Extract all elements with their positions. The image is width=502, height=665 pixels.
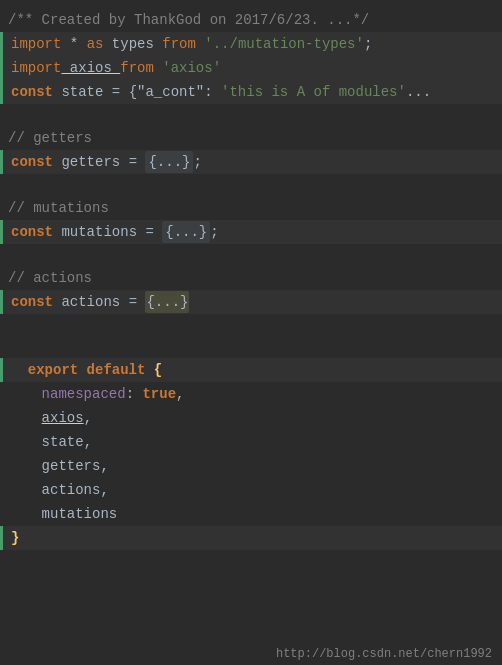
comma-19: , bbox=[84, 431, 92, 453]
semi-7: ; bbox=[193, 151, 201, 173]
code-line-4: const state = {"a_cont": 'this is A of m… bbox=[0, 80, 502, 104]
true-value-17: true bbox=[142, 383, 176, 405]
ellipsis-4: ... bbox=[406, 81, 431, 103]
import-keyword-3: import bbox=[11, 57, 61, 79]
code-line-8 bbox=[0, 174, 502, 196]
comment-text-1: /** Created by ThankGod on 2017/6/23. ..… bbox=[8, 9, 369, 31]
code-line-11 bbox=[0, 244, 502, 266]
code-line-22: mutations bbox=[0, 502, 502, 526]
import-keyword-2: import bbox=[11, 33, 61, 55]
code-line-9: // mutations bbox=[0, 196, 502, 220]
const-keyword-13: const bbox=[11, 291, 53, 313]
code-line-5 bbox=[0, 104, 502, 126]
code-line-12: // actions bbox=[0, 266, 502, 290]
code-line-15 bbox=[0, 336, 502, 358]
axios-prop-18: axios bbox=[42, 407, 84, 429]
getters-name-7: getters bbox=[53, 151, 129, 173]
collapsed-getters: {...} bbox=[145, 151, 193, 173]
comma-18: , bbox=[84, 407, 92, 429]
mutations-name-10: mutations bbox=[53, 221, 145, 243]
equals-13: = bbox=[129, 291, 146, 313]
collapsed-actions: {...} bbox=[145, 291, 189, 313]
equals-10: = bbox=[145, 221, 162, 243]
export-keyword: export default bbox=[11, 359, 154, 381]
code-line-10: const mutations = {...} ; bbox=[0, 220, 502, 244]
comma-21: , bbox=[100, 479, 108, 501]
equals-7: = bbox=[129, 151, 146, 173]
axios-name-3: axios bbox=[61, 57, 120, 79]
namespaced-prop: namespaced bbox=[42, 383, 126, 405]
indent-19 bbox=[8, 431, 42, 453]
collapsed-mutations: {...} bbox=[162, 221, 210, 243]
brace-4: {"a_cont": bbox=[129, 81, 221, 103]
state-name-4: state bbox=[53, 81, 112, 103]
code-line-14 bbox=[0, 314, 502, 336]
axios-string-3: 'axios' bbox=[154, 57, 221, 79]
actions-prop-21: actions bbox=[42, 479, 101, 501]
comment-actions: // actions bbox=[8, 267, 92, 289]
code-line-1: /** Created by ThankGod on 2017/6/23. ..… bbox=[0, 8, 502, 32]
export-brace-open: { bbox=[154, 359, 162, 381]
code-line-20: getters , bbox=[0, 454, 502, 478]
colon-17: : bbox=[126, 383, 143, 405]
actions-name-13: actions bbox=[53, 291, 129, 313]
code-line-23: } bbox=[0, 526, 502, 550]
code-line-19: state , bbox=[0, 430, 502, 454]
comment-mutations: // mutations bbox=[8, 197, 109, 219]
code-line-21: actions , bbox=[0, 478, 502, 502]
getters-prop-20: getters bbox=[42, 455, 101, 477]
code-line-6: // getters bbox=[0, 126, 502, 150]
mutations-prop-22: mutations bbox=[42, 503, 118, 525]
code-line-2: import * as types from '../mutation-type… bbox=[0, 32, 502, 56]
types-2: types bbox=[103, 33, 162, 55]
const-keyword-7: const bbox=[11, 151, 53, 173]
code-editor: /** Created by ThankGod on 2017/6/23. ..… bbox=[0, 0, 502, 665]
footer-url: http://blog.csdn.net/chern1992 bbox=[266, 643, 502, 665]
const-keyword-10: const bbox=[11, 221, 53, 243]
url-text: http://blog.csdn.net/chern1992 bbox=[276, 647, 492, 661]
code-line-18: axios , bbox=[0, 406, 502, 430]
from-keyword-3: from bbox=[120, 57, 154, 79]
indent-21 bbox=[8, 479, 42, 501]
comment-getters: // getters bbox=[8, 127, 92, 149]
code-line-16: export default { bbox=[0, 358, 502, 382]
code-line-13: const actions = {...} bbox=[0, 290, 502, 314]
state-prop-19: state bbox=[42, 431, 84, 453]
star-2: * bbox=[61, 33, 86, 55]
string-val-4: 'this is A of modules' bbox=[221, 81, 406, 103]
indent-18 bbox=[8, 407, 42, 429]
equals-4: = bbox=[112, 81, 129, 103]
indent-20 bbox=[8, 455, 42, 477]
semi-10: ; bbox=[210, 221, 218, 243]
indent-22 bbox=[8, 503, 42, 525]
comma-17: , bbox=[176, 383, 184, 405]
comma-20: , bbox=[100, 455, 108, 477]
code-line-7: const getters = {...} ; bbox=[0, 150, 502, 174]
semi-2: ; bbox=[364, 33, 372, 55]
from-keyword-2: from bbox=[162, 33, 196, 55]
indent-17 bbox=[8, 383, 42, 405]
path-string-2: '../mutation-types' bbox=[196, 33, 364, 55]
code-line-17: namespaced : true , bbox=[0, 382, 502, 406]
as-keyword-2: as bbox=[87, 33, 104, 55]
code-line-3: import axios from 'axios' bbox=[0, 56, 502, 80]
const-keyword-4: const bbox=[11, 81, 53, 103]
close-brace-23: } bbox=[11, 527, 19, 549]
